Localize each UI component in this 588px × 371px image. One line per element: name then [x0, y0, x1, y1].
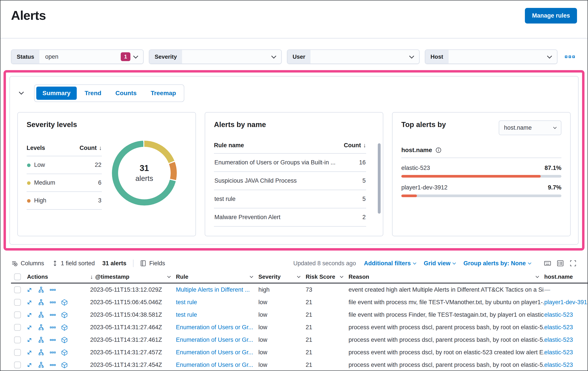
- more-actions-icon[interactable]: [50, 362, 56, 368]
- host-filter[interactable]: Host: [425, 50, 557, 64]
- row-checkbox[interactable]: [14, 337, 21, 343]
- expand-alert-icon[interactable]: [26, 337, 33, 343]
- sort-desc-icon: ↓: [99, 145, 102, 151]
- more-actions-icon[interactable]: [50, 349, 56, 356]
- more-actions-icon[interactable]: [50, 287, 56, 293]
- more-actions-icon[interactable]: [50, 324, 56, 331]
- manage-rules-button[interactable]: Manage rules: [525, 8, 577, 23]
- status-filter[interactable]: Status open 1: [11, 50, 144, 64]
- keyboard-shortcuts-button[interactable]: [544, 259, 552, 267]
- summary-cards: Severity levels Levels Count↓ Low 22: [17, 112, 571, 236]
- session-view-icon[interactable]: [61, 349, 68, 356]
- group-alerts-by-button[interactable]: Group alerts by: None: [463, 260, 531, 267]
- header-risk-score[interactable]: Risk Score: [306, 273, 348, 280]
- header-reason[interactable]: Reason: [348, 273, 544, 280]
- row-checkbox[interactable]: [14, 311, 21, 318]
- analyzer-graph-icon[interactable]: [38, 324, 45, 331]
- alert-rule-link[interactable]: Enumeration of Users or Gr...: [176, 337, 253, 343]
- header-severity[interactable]: Severity: [258, 273, 306, 280]
- alert-rule-link[interactable]: test rule: [176, 299, 197, 306]
- header-rule[interactable]: Rule: [176, 273, 258, 280]
- expand-alert-icon[interactable]: [26, 324, 33, 331]
- more-actions-icon[interactable]: [50, 312, 56, 318]
- alert-rule-link[interactable]: Enumeration of Users or Gr...: [176, 361, 253, 368]
- more-actions-icon[interactable]: [50, 337, 56, 343]
- sorted-fields-button[interactable]: 1 field sorted: [52, 260, 95, 267]
- tab-counts[interactable]: Counts: [109, 87, 143, 100]
- alert-rule-link[interactable]: Enumeration of Users or Gr...: [176, 324, 253, 330]
- column-menu-icon[interactable]: [340, 274, 344, 278]
- alert-reason: file event with process Finder, file TES…: [348, 311, 544, 318]
- user-filter[interactable]: User: [287, 50, 420, 64]
- tab-treemap[interactable]: Treemap: [145, 87, 182, 100]
- sort-desc-icon: ↓: [90, 273, 93, 280]
- alert-rule-link[interactable]: Multiple Alerts in Different ...: [176, 286, 250, 293]
- alert-host-link[interactable]: player1-dev-3912: [544, 299, 588, 306]
- tab-trend[interactable]: Trend: [78, 87, 107, 100]
- alert-risk-score: 21: [306, 324, 348, 331]
- header-host-name[interactable]: host.name: [544, 273, 588, 280]
- chart-view-tabs: Summary Trend Counts Treemap: [34, 84, 184, 102]
- fields-icon: [140, 260, 147, 267]
- expand-alert-icon[interactable]: [26, 312, 33, 318]
- severity-table: Levels Count↓ Low 22 Medium 6: [27, 145, 102, 210]
- columns-button[interactable]: Columns: [11, 260, 44, 267]
- alert-timestamp: 2023-05-11T14:31:27.461Z: [90, 337, 176, 343]
- alert-row: 2023-05-11T15:06:45.046Z test rule low 2…: [11, 296, 588, 309]
- progress-bar: [401, 195, 561, 197]
- expand-alert-icon[interactable]: [26, 349, 33, 356]
- display-options-button[interactable]: [556, 259, 564, 267]
- session-view-icon[interactable]: [61, 324, 68, 331]
- row-checkbox[interactable]: [14, 286, 21, 293]
- more-filters-icon[interactable]: [563, 53, 577, 60]
- more-actions-icon[interactable]: [50, 299, 56, 306]
- alert-host-link[interactable]: elastic-523: [544, 311, 573, 318]
- session-view-icon[interactable]: [61, 311, 68, 319]
- additional-filters-button[interactable]: Additional filters: [364, 260, 416, 267]
- alert-host-link[interactable]: elastic-523: [544, 337, 573, 343]
- alert-rule-link[interactable]: Enumeration of Users or Gr...: [176, 349, 253, 356]
- analyzer-graph-icon[interactable]: [38, 286, 45, 293]
- scrollbar[interactable]: [378, 143, 381, 214]
- severity-filter[interactable]: Severity: [149, 50, 282, 64]
- severity-col-count-sort[interactable]: Count↓: [80, 145, 102, 151]
- row-checkbox[interactable]: [14, 324, 21, 331]
- alert-row: 2023-05-11T15:04:38.581Z test rule low 2…: [11, 309, 588, 321]
- column-menu-icon[interactable]: [297, 274, 301, 278]
- alert-host-link[interactable]: elastic-523: [544, 324, 573, 330]
- row-checkbox[interactable]: [14, 299, 21, 306]
- analyzer-graph-icon[interactable]: [38, 349, 45, 356]
- fullscreen-button[interactable]: [569, 259, 577, 267]
- session-view-icon[interactable]: [61, 337, 68, 343]
- chevron-down-icon: [409, 54, 414, 59]
- grid-view-button[interactable]: Grid view: [424, 260, 456, 267]
- select-all-checkbox[interactable]: [14, 273, 21, 280]
- column-menu-icon[interactable]: [536, 274, 539, 278]
- fields-button[interactable]: Fields: [140, 260, 165, 267]
- expand-alert-icon[interactable]: [26, 362, 33, 368]
- analyzer-graph-icon[interactable]: [38, 311, 45, 319]
- column-menu-icon[interactable]: [250, 274, 253, 278]
- severity-row-low: Low 22: [27, 156, 102, 174]
- expand-alert-icon[interactable]: [26, 287, 33, 293]
- tab-summary[interactable]: Summary: [36, 87, 77, 100]
- column-menu-icon[interactable]: [167, 274, 171, 278]
- count-col-sort[interactable]: Count↓: [344, 142, 366, 149]
- analyzer-graph-icon[interactable]: [38, 361, 45, 369]
- analyzer-graph-icon[interactable]: [38, 337, 45, 343]
- alert-reason: process event with process dscl, by root…: [348, 349, 544, 356]
- analyzer-graph-icon[interactable]: [38, 299, 45, 306]
- header-timestamp[interactable]: ↓ @timestamp: [90, 273, 176, 280]
- info-icon[interactable]: [436, 147, 441, 153]
- top-alerts-field-select[interactable]: host.name: [499, 120, 561, 135]
- alert-host-link[interactable]: elastic-523: [544, 361, 573, 368]
- row-checkbox[interactable]: [14, 361, 21, 368]
- session-view-icon[interactable]: [61, 361, 68, 369]
- alert-severity: low: [258, 324, 306, 331]
- expand-alert-icon[interactable]: [26, 299, 33, 306]
- session-view-icon[interactable]: [61, 299, 68, 306]
- collapse-chevron-icon[interactable]: [17, 90, 25, 97]
- alert-rule-link[interactable]: test rule: [176, 311, 197, 318]
- row-checkbox[interactable]: [14, 349, 21, 356]
- alert-host-link[interactable]: elastic-523: [544, 349, 573, 356]
